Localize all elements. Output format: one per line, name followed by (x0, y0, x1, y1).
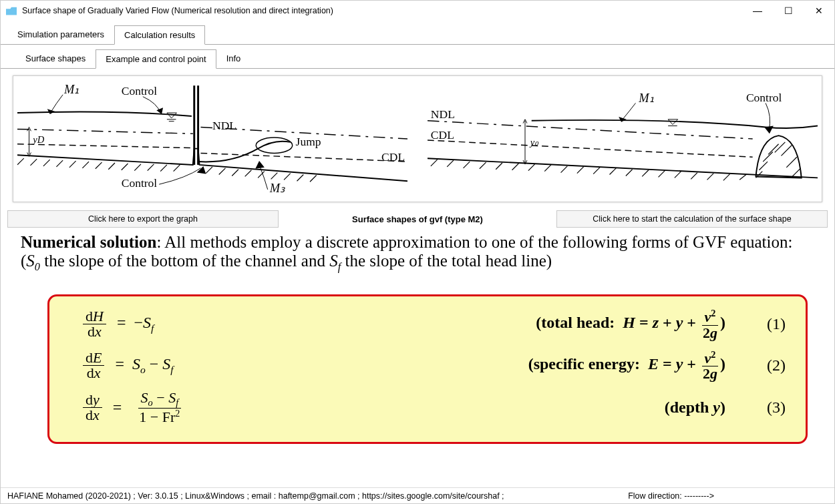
svg-line-53 (781, 146, 792, 156)
solution-text: Numerical solution: All methods employ a… (1, 232, 834, 281)
diagram-left: M₁ Control NDL Jump CDL Control M₃ yD (17, 79, 407, 199)
maximize-button[interactable]: ☐ (773, 1, 804, 21)
status-bar: HAFIANE Mohamed (2020-2021) ; Ver: 3.0.1… (1, 487, 834, 503)
status-left: HAFIANE Mohamed (2020-2021) ; Ver: 3.0.1… (7, 491, 504, 501)
label-control-top: Control (122, 84, 158, 97)
svg-line-5 (82, 162, 89, 168)
equation-2: dEdx = So − Sf (specific energy: E = y +… (83, 350, 786, 381)
svg-line-50 (763, 152, 773, 162)
svg-line-30 (464, 162, 470, 168)
label-cdl-left: CDL (381, 150, 405, 164)
svg-line-41 (642, 170, 649, 177)
tab-example-control-point[interactable]: Example and control point (96, 49, 216, 69)
equation-1: dHdx = −Sf (total head: H = z + y + v22g… (83, 308, 786, 340)
label-m3: M₃ (269, 182, 285, 195)
svg-line-42 (659, 171, 665, 178)
svg-line-51 (768, 144, 779, 155)
window-title: Surface shape of Gradually Varied Flow (… (22, 6, 742, 15)
tab-info[interactable]: Info (216, 49, 251, 68)
svg-line-36 (561, 166, 568, 173)
svg-line-18 (271, 173, 278, 180)
svg-line-37 (577, 167, 584, 174)
svg-line-3 (56, 160, 63, 167)
svg-line-33 (512, 164, 519, 170)
svg-line-47 (739, 175, 746, 180)
svg-line-49 (759, 162, 768, 170)
svg-line-43 (675, 172, 681, 178)
svg-line-2 (43, 160, 50, 166)
app-icon (6, 7, 17, 15)
svg-line-4 (69, 161, 76, 168)
svg-line-45 (707, 174, 714, 180)
label-m1-right: M₁ (638, 91, 653, 105)
equation-3: dydx = So − Sf1 − Fr2 (depth y) (3) (83, 391, 786, 425)
close-button[interactable]: ✕ (804, 1, 834, 21)
svg-line-46 (723, 174, 730, 181)
svg-line-20 (297, 175, 304, 182)
svg-line-38 (593, 168, 600, 174)
svg-line-44 (691, 173, 697, 180)
svg-line-55 (792, 168, 801, 178)
label-control-bottom: Control (122, 176, 158, 190)
label-jump: Jump (296, 135, 321, 148)
equation-box: dHdx = −Sf (total head: H = z + y + v22g… (47, 294, 808, 444)
svg-line-21 (310, 176, 317, 182)
svg-line-52 (775, 142, 786, 153)
svg-line-39 (610, 168, 617, 175)
svg-line-9 (134, 164, 141, 171)
svg-line-29 (447, 160, 454, 167)
svg-line-40 (626, 170, 633, 176)
svg-line-7 (108, 163, 115, 170)
svg-line-15 (232, 170, 238, 176)
svg-line-34 (528, 164, 535, 171)
svg-line-31 (480, 162, 486, 169)
svg-line-32 (496, 163, 502, 170)
surface-shape-type-label: Surface shapes of gvf (type M2) (283, 210, 552, 228)
label-yd: yD (31, 134, 44, 145)
export-graph-button[interactable]: Click here to export the graph (7, 210, 279, 228)
tab-simulation-parameters[interactable]: Simulation parameters (7, 25, 114, 44)
svg-line-14 (219, 168, 226, 175)
svg-line-54 (786, 157, 797, 168)
status-flow-direction: Flow direction: ---------> (628, 491, 714, 501)
label-control-right: Control (746, 91, 782, 104)
minimize-button[interactable]: — (742, 1, 773, 21)
action-row: Click here to export the graph Surface s… (7, 210, 828, 228)
svg-line-0 (17, 158, 24, 165)
diagram-right: NDL CDL M₁ Control y₀ (428, 79, 818, 199)
label-ndl-right: NDL (431, 107, 455, 121)
svg-line-35 (544, 165, 551, 172)
svg-line-6 (96, 162, 102, 169)
tab-surface-shapes[interactable]: Surface shapes (15, 49, 96, 68)
svg-line-11 (160, 165, 167, 172)
tab-calculation-results[interactable]: Calculation results (114, 25, 205, 45)
svg-line-28 (431, 160, 438, 166)
svg-line-16 (245, 170, 252, 177)
main-tabs: Simulation parameters Calculation result… (1, 21, 834, 45)
sub-tabs: Surface shapes Example and control point… (1, 49, 834, 69)
svg-line-12 (174, 165, 180, 172)
label-yo: y₀ (529, 137, 539, 148)
diagram-panel: M₁ Control NDL Jump CDL Control M₃ yD (13, 75, 822, 202)
svg-line-1 (30, 159, 37, 166)
start-calculation-button[interactable]: Click here to start the calculation of t… (556, 210, 828, 228)
svg-line-19 (284, 174, 291, 180)
label-ndl-left: NDL (212, 119, 236, 132)
svg-line-13 (206, 167, 212, 174)
label-cdl-right: CDL (431, 128, 454, 142)
title-bar: Surface shape of Gradually Varied Flow (… (1, 1, 834, 21)
svg-line-10 (148, 164, 154, 171)
solution-lead: Numerical solution (21, 233, 156, 251)
label-m1: M₁ (63, 83, 79, 96)
svg-point-27 (256, 138, 293, 153)
svg-line-8 (122, 164, 128, 170)
